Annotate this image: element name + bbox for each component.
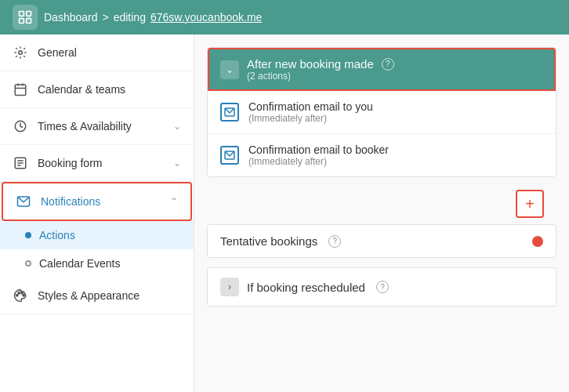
email-item-text: Confirmation email to booker (Immediatel… <box>248 143 389 167</box>
email-subtitle: (Immediately after) <box>248 156 389 167</box>
svg-point-4 <box>19 51 23 55</box>
sidebar: General Calendar & teams T <box>0 34 194 392</box>
sidebar-item-calendar-teams[interactable]: Calendar & teams <box>0 71 194 108</box>
sidebar-item-calendar-label: Calendar & teams <box>38 83 125 96</box>
profile-link[interactable]: 676sw.youcanbook.me <box>150 11 262 24</box>
svg-rect-1 <box>27 12 31 16</box>
add-action-button[interactable]: + <box>516 190 544 218</box>
svg-rect-0 <box>20 12 24 16</box>
sidebar-subitem-actions[interactable]: Actions <box>0 221 194 249</box>
email-icon <box>220 146 239 165</box>
clock-icon <box>13 118 28 134</box>
main-layout: General Calendar & teams T <box>0 34 569 392</box>
paint-icon <box>13 288 28 303</box>
svg-rect-5 <box>15 85 26 96</box>
booking-card-subtitle: (2 actions) <box>247 71 394 82</box>
collapse-chevron-icon[interactable]: ⌄ <box>220 60 239 79</box>
svg-rect-3 <box>27 19 31 24</box>
tentative-help-icon[interactable]: ? <box>328 235 341 248</box>
active-dot <box>25 232 31 238</box>
table-row[interactable]: Confirmation email to booker (Immediatel… <box>208 134 556 176</box>
header: Dashboard > editing 676sw.youcanbook.me <box>0 0 569 34</box>
email-icon <box>220 103 239 122</box>
rescheduled-title: If booking rescheduled <box>247 281 365 294</box>
add-button-container: + <box>207 183 556 224</box>
booking-card-header[interactable]: ⌄ After new booking made ? (2 actions) <box>208 48 556 91</box>
plus-icon: + <box>525 195 535 213</box>
tentative-bookings-title: Tentative bookings <box>220 234 317 248</box>
svg-point-18 <box>23 295 24 296</box>
email-item-text: Confirmation email to you (Immediately a… <box>248 100 373 124</box>
sidebar-item-booking-form[interactable]: Booking form ⌄ <box>0 145 194 182</box>
svg-point-15 <box>16 295 18 296</box>
email-items-list: Confirmation email to you (Immediately a… <box>208 91 556 176</box>
editing-label: editing <box>114 11 146 24</box>
chevron-down-icon: ⌄ <box>173 121 181 132</box>
sidebar-subitem-calendar-events[interactable]: Calendar Events <box>0 249 194 278</box>
sidebar-item-notifications-label: Notifications <box>41 195 100 208</box>
sidebar-subitem-actions-label: Actions <box>39 229 75 241</box>
sidebar-item-notifications[interactable]: Notifications ⌃ <box>2 182 192 221</box>
email-title: Confirmation email to you <box>248 100 373 113</box>
mail-icon <box>16 194 31 209</box>
svg-point-16 <box>18 292 20 294</box>
sidebar-subitem-calendar-events-label: Calendar Events <box>39 257 121 270</box>
svg-point-17 <box>21 292 23 294</box>
table-row[interactable]: Confirmation email to you (Immediately a… <box>208 91 556 134</box>
breadcrumb-separator: > <box>103 11 109 24</box>
rescheduled-chevron-icon[interactable]: › <box>220 278 239 296</box>
email-subtitle: (Immediately after) <box>248 113 373 124</box>
sidebar-item-times-label: Times & Availability <box>38 120 132 132</box>
chevron-up-icon: ⌃ <box>170 196 178 207</box>
tentative-status-dot <box>532 236 543 247</box>
app-logo <box>13 5 38 30</box>
svg-rect-2 <box>20 19 24 24</box>
booking-card: ⌄ After new booking made ? (2 actions) <box>207 47 556 177</box>
sidebar-item-booking-form-label: Booking form <box>38 157 102 169</box>
booking-card-title-group: After new booking made ? (2 actions) <box>247 57 394 82</box>
main-content: ⌄ After new booking made ? (2 actions) <box>194 34 569 392</box>
rescheduled-help-icon[interactable]: ? <box>376 281 389 293</box>
sidebar-item-general[interactable]: General <box>0 34 194 71</box>
sidebar-item-general-label: General <box>38 46 77 59</box>
booking-card-title: After new booking made <box>247 57 374 71</box>
sidebar-item-styles-label: Styles & Appearance <box>38 289 140 302</box>
sidebar-item-styles[interactable]: Styles & Appearance <box>0 278 194 314</box>
form-icon <box>13 155 28 171</box>
email-title: Confirmation email to booker <box>248 143 389 156</box>
sidebar-item-times[interactable]: Times & Availability ⌄ <box>0 108 194 145</box>
logo-icon <box>17 9 33 25</box>
inactive-dot <box>25 260 31 267</box>
settings-icon <box>13 45 28 60</box>
booking-title-help-icon[interactable]: ? <box>382 58 394 71</box>
rescheduled-section[interactable]: › If booking rescheduled ? <box>207 267 556 307</box>
breadcrumb: Dashboard > editing 676sw.youcanbook.me <box>44 11 262 24</box>
dashboard-link[interactable]: Dashboard <box>44 11 98 24</box>
chevron-down-icon: ⌄ <box>173 158 181 169</box>
calendar-icon <box>13 82 28 97</box>
tentative-bookings-section[interactable]: Tentative bookings ? <box>207 224 556 258</box>
